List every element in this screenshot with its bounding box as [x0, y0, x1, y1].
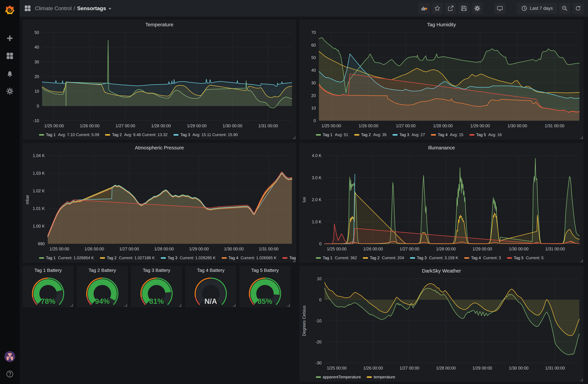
sidebar-dashboards-button[interactable] [4, 51, 15, 61]
series-name: temperature [374, 375, 395, 379]
legend-item-tag-2[interactable]: Tag 2Current: 1.027186 K [100, 256, 155, 260]
legend-item-tag-4[interactable]: Tag 4Current: 3 [464, 256, 501, 260]
svg-text:20: 20 [34, 74, 39, 79]
breadcrumb-dashboard[interactable]: Sensortags [77, 5, 106, 11]
help-button[interactable] [4, 369, 15, 379]
add-panel-button[interactable] [418, 3, 430, 14]
breadcrumb-separator: / [74, 5, 75, 11]
series-color-chip [173, 134, 178, 136]
battery-gauge: 85% [242, 275, 288, 307]
svg-text:1/31 00:00: 1/31 00:00 [545, 366, 565, 370]
panel-header-illuminance[interactable]: Illumanance [299, 143, 584, 153]
temperature-chart[interactable]: -10010203040501/25 00:001/26 00:001/27 0… [22, 30, 296, 130]
breadcrumb[interactable]: Climate Control / Sensortags [35, 5, 112, 11]
svg-text:1/28 00:00: 1/28 00:00 [433, 124, 453, 128]
grafana-flame-icon [4, 4, 16, 16]
panel-resize-handle[interactable] [125, 304, 127, 307]
darksky-chart[interactable]: -30-20-100101/25 00:001/26 00:001/27 00:… [299, 276, 584, 372]
series-name: apparentTemperature [323, 375, 361, 379]
share-icon [447, 5, 454, 11]
series-color-chip [39, 257, 44, 259]
legend-item-tag-2[interactable]: Tag 2Avg: 35 [354, 132, 387, 137]
gauge-panel-title[interactable]: Tag 2 Battery [89, 266, 116, 275]
sidebar-alerting-button[interactable] [4, 68, 15, 79]
time-range-label: Last 7 days [530, 6, 553, 11]
sidebar-create-button[interactable] [4, 33, 15, 43]
svg-text:1/31 00:00: 1/31 00:00 [258, 124, 278, 128]
series-color-chip [431, 134, 436, 136]
time-range-picker[interactable]: Last 7 days [517, 3, 557, 14]
avatar-image [4, 351, 15, 362]
panel-title: Temperature [145, 22, 173, 27]
illuminance-chart[interactable]: 01.0 K2.0 K3.0 K4.0 K1/25 00:001/26 00:0… [299, 153, 584, 253]
gauge-panel-title[interactable]: Tag 5 Battery [251, 266, 279, 275]
cycle-view-tv-button[interactable] [494, 3, 505, 14]
humidity-chart[interactable]: 0102030405060701/25 00:001/26 00:001/27 … [299, 30, 584, 130]
legend-item-tag-5[interactable]: Tag 5Current: 5 [507, 256, 544, 260]
grafana-logo[interactable] [0, 0, 20, 20]
legend-item-apparenttemperature[interactable]: apparentTemperature [316, 375, 361, 379]
svg-text:1/25 00:00: 1/25 00:00 [321, 124, 341, 128]
panel-header-darksky[interactable]: DarkSky Weather [299, 266, 584, 276]
series-name: Tag 2 [112, 132, 122, 137]
star-dashboard-button[interactable] [432, 3, 443, 14]
series-color-chip [316, 134, 321, 136]
panel-tag-2-battery: Tag 2 Battery94% [77, 266, 128, 307]
panel-resize-handle[interactable] [580, 259, 583, 262]
panel-resize-handle[interactable] [70, 304, 73, 307]
panel-resize-handle[interactable] [293, 259, 295, 262]
series-color-chip [316, 257, 321, 259]
panel-tag-5-battery: Tag 5 Battery85% [239, 266, 291, 307]
sidebar-bottom [4, 351, 15, 379]
darksky-plot-svg: -30-20-100101/25 00:001/26 00:001/27 00:… [299, 276, 584, 372]
legend-item-tag-4[interactable]: Tag 4Avg: 15 [431, 132, 463, 137]
legend-item-tag-3[interactable]: Tag 3Current: 1.026265 K [161, 256, 216, 260]
svg-text:1/31 00:00: 1/31 00:00 [545, 124, 564, 128]
panel-resize-handle[interactable] [179, 304, 181, 307]
legend-item-tag-1[interactable]: Tag 1Avg: 51 [316, 132, 348, 137]
svg-text:30: 30 [311, 81, 316, 85]
refresh-button[interactable] [572, 3, 584, 14]
navbar: Climate Control / Sensortags Last 7 days [20, 0, 588, 17]
pressure-chart[interactable]: 9901.00 K1.01 K1.02 K1.03 K1.04 K1/25 00… [22, 153, 296, 253]
legend-item-tag-1[interactable]: Tag 1Avg: 7.10 Current: 5.09 [39, 132, 99, 137]
legend-item-tag-2[interactable]: Tag 2Current: 204 [363, 256, 404, 260]
dashboard-settings-button[interactable] [472, 3, 483, 14]
legend-item-tag-5[interactable]: Tag 5Avg: 16 [469, 132, 502, 137]
legend-item-tag-3[interactable]: Tag 3Avg: 27 [393, 132, 425, 137]
legend-item-tag-2[interactable]: Tag 2Avg: 9.46 Current: 13.32 [105, 132, 168, 137]
pressure-plot-svg: 9901.00 K1.01 K1.02 K1.03 K1.04 K1/25 00… [22, 153, 296, 253]
series-stats: Avg: 51 [335, 132, 348, 137]
legend-item-tag-3[interactable]: Tag 3Current: 3.159 K [410, 256, 458, 260]
panel-resize-handle[interactable] [233, 304, 235, 307]
zoom-out-button[interactable] [559, 3, 570, 14]
legend-item-tag-1[interactable]: Tag 1Current: 1.026854 K [39, 256, 94, 260]
star-icon [434, 5, 441, 11]
panel-header-temperature[interactable]: Temperature [22, 20, 296, 30]
panel-resize-handle[interactable] [293, 136, 295, 139]
panel-tag-humidity: Tag Humidity 0102030405060701/25 00:001/… [299, 19, 584, 140]
legend-item-tag-4[interactable]: Tag 4Current: 1.026565 K [222, 256, 277, 260]
panel-header-pressure[interactable]: Atmospheric Pressure [22, 143, 296, 153]
gauge-panel-title[interactable]: Tag 4 Battery [197, 266, 225, 275]
breadcrumb-folder[interactable]: Climate Control [35, 5, 72, 11]
svg-text:1/28 00:00: 1/28 00:00 [154, 247, 174, 251]
series-color-chip [222, 257, 227, 259]
panel-resize-handle[interactable] [580, 379, 583, 381]
save-dashboard-button[interactable] [458, 3, 470, 14]
legend-item-temperature[interactable]: temperature [367, 375, 395, 379]
legend-item-tag-1[interactable]: Tag 1Current: 362 [316, 256, 357, 260]
series-color-chip [469, 134, 474, 136]
panel-resize-handle[interactable] [580, 136, 583, 139]
panel-header-humidity[interactable]: Tag Humidity [299, 20, 584, 30]
user-avatar[interactable] [4, 351, 15, 362]
legend-item-tag-3[interactable]: Tag 3Avg: 15.11 Current: 15.90 [173, 132, 238, 137]
gauge-panel-title[interactable]: Tag 1 Battery [34, 266, 62, 275]
svg-text:1/28 00:00: 1/28 00:00 [151, 124, 171, 128]
dashboard: Temperature -10010203040501/25 00:001/26… [20, 17, 588, 384]
sidebar-configuration-button[interactable] [4, 86, 15, 97]
share-dashboard-button[interactable] [445, 3, 456, 14]
panel-resize-handle[interactable] [287, 304, 290, 307]
temperature-plot-svg: -10010203040501/25 00:001/26 00:001/27 0… [22, 30, 296, 130]
gauge-panel-title[interactable]: Tag 3 Battery [143, 266, 170, 275]
